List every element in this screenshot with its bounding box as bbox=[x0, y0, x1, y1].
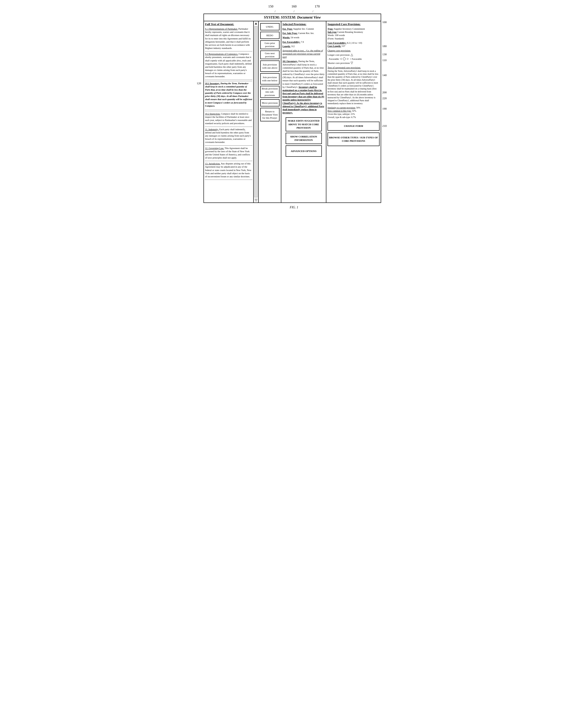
fig-label: FIG. 1 bbox=[197, 206, 391, 209]
scroll-down-arrow[interactable]: ▽ bbox=[255, 198, 258, 202]
change-core-section: Change core provision: Longer core provi… bbox=[327, 49, 379, 66]
text-suggested-title: Text of suggested core provision: bbox=[327, 66, 379, 69]
core-action-buttons: CHANGE FORM BROWSE OTHER TYPES / SUB-TYP… bbox=[327, 122, 379, 146]
core-length-label: Core Length: bbox=[327, 45, 341, 47]
ref-numbers-top: 150 160 170 bbox=[197, 4, 391, 8]
est-subtype-label: Est. Sub-Type: bbox=[283, 32, 297, 34]
change-form-button[interactable]: CHANGE FORM bbox=[327, 122, 379, 131]
advanced-options-button[interactable]: ADVANCED OPTIONS bbox=[286, 145, 322, 157]
selected-est-type: Est. Type: Supplier Inv. Commit bbox=[283, 27, 325, 30]
minus-favorable-label: - Favorable bbox=[327, 57, 339, 60]
ref-130: 130 bbox=[382, 52, 391, 56]
undo-button[interactable]: UNDO. bbox=[260, 23, 279, 30]
join-above-button[interactable]: Join provision with one above bbox=[260, 61, 279, 72]
controls-column: UNDO. REDO Goto prior provision Goto nex… bbox=[259, 21, 281, 203]
selected-words: Words: 54 words bbox=[283, 36, 325, 39]
divider-5 bbox=[205, 145, 252, 146]
browse-button[interactable]: BROWSE OTHER TYPES / SUB-TYPES OF CORE P… bbox=[327, 133, 379, 146]
scrollbar-track[interactable] bbox=[254, 26, 258, 197]
join-below-button[interactable]: Join provision with one below bbox=[260, 73, 279, 85]
ref-160: 160 bbox=[292, 4, 297, 8]
selected-provision-header: Selected Provision: bbox=[283, 22, 325, 26]
core-type-label: Type: bbox=[327, 28, 333, 30]
change-core-title: Change core provision: bbox=[327, 49, 379, 52]
system-label: SYSTEM: bbox=[264, 16, 281, 19]
core-words-label: Words: bbox=[327, 34, 334, 37]
slash-150: / bbox=[275, 9, 276, 13]
est-type-value: Supplier Inv. Commit bbox=[293, 28, 314, 30]
selected-action-buttons: MAKE EDITS SUGGESTED ABOVE TO MATCH CORE… bbox=[283, 117, 325, 157]
scroll-up-arrow[interactable]: ▲ bbox=[254, 22, 258, 25]
para-10-1-title: 10.1 Inventory. bbox=[205, 82, 220, 85]
break-button[interactable]: Break provision into sub-provisions bbox=[260, 86, 279, 98]
right-triangle[interactable]: ▷ bbox=[347, 57, 349, 60]
down-arrow-shorter[interactable]: ▽ bbox=[350, 61, 353, 65]
similarity-block: Similarity to current provision: 56% How… bbox=[327, 106, 379, 119]
divider-3 bbox=[205, 111, 252, 111]
return-button[interactable]: Return to Document View for this Proejct bbox=[260, 108, 279, 121]
core-form-label: Form: bbox=[328, 38, 334, 40]
show-correlation-button[interactable]: SHOW CORRELATION INFORMATION bbox=[286, 133, 322, 144]
full-text-header: Full Text of Document: bbox=[205, 22, 252, 26]
para-9-2: 9.2 Representations of Componco. Componc… bbox=[205, 52, 252, 78]
document-view-label: SYSTEM: Document View bbox=[281, 16, 321, 19]
favorable-row: - Favorable ◁ ▷ + Favorable bbox=[327, 57, 379, 60]
length-value: 312 bbox=[291, 45, 295, 48]
left-triangle[interactable]: ◁ bbox=[340, 57, 342, 60]
selected-provision-body: Est. Type: Supplier Inv. Commit Est. Sub… bbox=[283, 27, 325, 116]
core-subtype-label: Sub-type bbox=[327, 31, 337, 33]
provision-number: 10.1 Inventory. bbox=[283, 60, 298, 63]
words-value: 54 words bbox=[291, 36, 299, 39]
est-favor-label: Est. Favorability: bbox=[283, 41, 300, 43]
how-common-value: 32%. bbox=[352, 110, 357, 112]
similarity-line: Similarity to current provision: 56% bbox=[327, 106, 379, 110]
para-10-1: 10.1 Inventory. During the Term, Partmak… bbox=[205, 82, 252, 108]
core-subtype: Sub-type Current Rotating Inventory bbox=[327, 30, 379, 34]
slash-160: / bbox=[294, 9, 294, 13]
words-label: Words: bbox=[283, 36, 290, 39]
full-text-column: Full Text of Document: 9..1 Representati… bbox=[204, 21, 254, 203]
ref-140: 140 bbox=[382, 73, 391, 77]
para-9-1-title: 9..1 Representations of Partmaker. bbox=[205, 28, 238, 30]
core-length-value: 537 bbox=[342, 45, 345, 47]
core-length: Core Length: 537 bbox=[327, 45, 379, 48]
similarity-value: 56% bbox=[356, 106, 360, 109]
system-title-bar: SYSTEM: SYSTEM: Document View bbox=[204, 14, 381, 21]
length-label: Length: bbox=[283, 45, 291, 48]
make-edits-button[interactable]: MAKE EDITS SUGGESTED ABOVE TO MATCH CORE… bbox=[286, 117, 322, 132]
selected-length: Length: 312 bbox=[283, 45, 325, 48]
goto-next-button[interactable]: Goto next provision bbox=[260, 50, 279, 60]
core-form-value: Standard bbox=[335, 38, 343, 40]
redo-button[interactable]: REDO bbox=[260, 32, 279, 39]
left-ref-col: 120 bbox=[197, 14, 203, 203]
goto-prior-button[interactable]: Goto prior provision bbox=[260, 40, 279, 49]
core-provision-header: Suggested Core Provision: bbox=[327, 22, 379, 26]
divider-7 bbox=[205, 180, 252, 180]
provision-text: 10.1 Inventory. During the Term, Adverse… bbox=[283, 60, 325, 114]
core-favor-value: 8.2 (-10 to +10) bbox=[347, 42, 362, 44]
overall-value: 6.7% bbox=[351, 116, 356, 118]
how-common-line: How common is this type: 32%. bbox=[327, 110, 379, 113]
ref-190: 190 bbox=[382, 107, 391, 111]
highlighted-text: Inventory shall be maintained on a rotat… bbox=[283, 86, 324, 114]
longer-core-row: Longer core provision △ bbox=[327, 53, 379, 56]
overall-line: Overall, type & sub-type: 6.7% bbox=[327, 116, 379, 119]
para-9-1: 9..1 Representations of Partmaker. Partm… bbox=[205, 27, 252, 50]
ref-120: 120 bbox=[197, 81, 203, 85]
para-11-title: 11. Indemnity. bbox=[205, 128, 219, 131]
core-type-value: Supplier Inventory Commitment bbox=[334, 28, 365, 30]
ref-110: 110 bbox=[382, 58, 391, 62]
scrollbar-column[interactable]: ▲ ▽ bbox=[254, 21, 259, 203]
para-13-title: 13. Jurisdiction. bbox=[205, 162, 220, 165]
full-text-body[interactable]: 9..1 Representations of Partmaker. Partm… bbox=[205, 27, 252, 180]
how-common-label: How common is this type: bbox=[327, 110, 351, 112]
move-button[interactable]: Move provision bbox=[260, 99, 279, 106]
right-ref-labels: 100 180 130 110 140 200 220 190 210 bbox=[382, 14, 391, 203]
est-favor-value: 7.9 bbox=[301, 41, 304, 43]
arrow-row: / / / bbox=[197, 9, 391, 13]
up-arrow-longer[interactable]: △ bbox=[350, 53, 353, 56]
center-circle[interactable] bbox=[343, 57, 346, 60]
core-text-block: During the Term, AdverseParty1 shall kee… bbox=[327, 70, 379, 105]
shorter-core-row: Shorter core provision ▽ bbox=[327, 61, 379, 65]
ref-200: 200 bbox=[382, 91, 391, 94]
